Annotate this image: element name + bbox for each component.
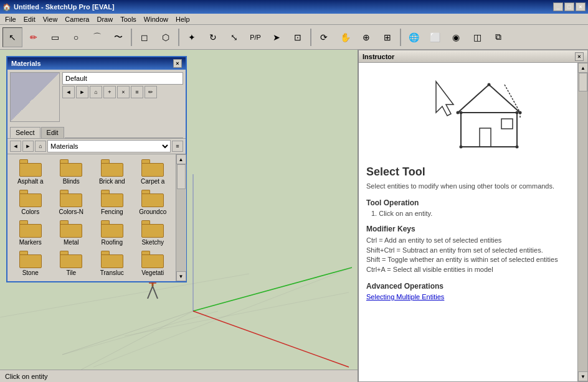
material-folder-15[interactable]: Vegetati bbox=[133, 248, 174, 279]
advanced-link[interactable]: Selecting Multiple Entities bbox=[366, 293, 580, 300]
select-tool-button[interactable]: ↖ bbox=[2, 27, 22, 47]
svg-point-28 bbox=[518, 111, 521, 114]
sample-paint-button[interactable]: ✏ bbox=[145, 86, 157, 98]
navigate-forward-button[interactable]: ► bbox=[76, 86, 88, 98]
toolbar-separator-3 bbox=[310, 29, 311, 46]
view-1-button[interactable]: ⬜ bbox=[425, 27, 445, 47]
instructor-scrollbar[interactable]: ▲ ▼ bbox=[577, 63, 587, 381]
instructor-title-label: Instructor bbox=[363, 53, 394, 60]
viewport[interactable]: Materials × ◄ ► ⌂ + × ≡ ✏ bbox=[0, 50, 588, 382]
close-button[interactable]: × bbox=[576, 2, 586, 11]
svg-point-22 bbox=[459, 111, 462, 114]
create-material-button[interactable]: + bbox=[103, 86, 116, 98]
delete-material-button[interactable]: × bbox=[117, 86, 130, 98]
details-button[interactable]: ≡ bbox=[131, 86, 143, 98]
material-folder-8[interactable]: Markers bbox=[10, 218, 51, 248]
svg-line-14 bbox=[153, 286, 158, 299]
svg-line-1 bbox=[193, 311, 349, 367]
svg-line-21 bbox=[505, 85, 520, 113]
menu-tools[interactable]: Tools bbox=[116, 15, 140, 24]
tool-description: Select entities to modify when using oth… bbox=[366, 182, 580, 191]
materials-grid-container: Asphalt a Blinds Brick and Carpet a bbox=[7, 154, 186, 281]
scroll-up-button[interactable]: ▲ bbox=[176, 154, 186, 164]
eraser-tool-button[interactable]: ◻ bbox=[135, 27, 154, 47]
render-button[interactable]: 🌐 bbox=[404, 27, 424, 47]
instructor-scroll-thumb[interactable] bbox=[579, 73, 587, 91]
nav-back-button[interactable]: ◄ bbox=[10, 141, 21, 152]
material-folder-12[interactable]: Stone bbox=[10, 248, 51, 279]
app-icon: 🏠 bbox=[2, 3, 11, 11]
view-4-button[interactable]: ⧉ bbox=[488, 27, 508, 47]
menu-window[interactable]: Window bbox=[140, 15, 172, 24]
rectangle-tool-button[interactable]: ▭ bbox=[45, 27, 65, 47]
material-folder-6[interactable]: Fencing bbox=[92, 187, 133, 218]
menu-bar: File Edit View Camera Draw Tools Window … bbox=[0, 14, 588, 25]
tab-edit[interactable]: Edit bbox=[41, 127, 64, 138]
material-folder-13[interactable]: Tile bbox=[51, 248, 92, 279]
material-folder-11[interactable]: Sketchy bbox=[133, 218, 174, 248]
material-folder-4[interactable]: Colors bbox=[10, 187, 51, 218]
scroll-down-button[interactable]: ▼ bbox=[176, 271, 186, 281]
title-bar-left: 🏠 Untitled - SketchUp Pro [EVAL] bbox=[2, 3, 115, 11]
pencil-tool-button[interactable]: ✏ bbox=[24, 27, 44, 47]
material-folder-5[interactable]: Colors-N bbox=[51, 187, 92, 218]
navigate-back-button[interactable]: ◄ bbox=[62, 86, 75, 98]
instructor-scroll-track bbox=[578, 73, 587, 371]
materials-close-button[interactable]: × bbox=[173, 59, 182, 68]
zoom-extents-button[interactable]: ⊞ bbox=[377, 27, 397, 47]
materials-scrollbar[interactable]: ▲ ▼ bbox=[176, 154, 186, 281]
instructor-title-bar: Instructor × bbox=[359, 50, 587, 63]
scroll-track bbox=[176, 164, 186, 271]
material-folder-9[interactable]: Metal bbox=[51, 218, 92, 248]
tab-select[interactable]: Select bbox=[10, 127, 40, 138]
nav-details-button[interactable]: ≡ bbox=[172, 141, 183, 152]
material-folder-14[interactable]: Transluc bbox=[92, 248, 133, 279]
menu-camera[interactable]: Camera bbox=[61, 15, 93, 24]
menu-file[interactable]: File bbox=[1, 15, 20, 24]
svg-rect-19 bbox=[501, 119, 513, 129]
navigate-home-button[interactable]: ⌂ bbox=[90, 86, 102, 98]
rotate-tool-button[interactable]: ↻ bbox=[203, 27, 223, 47]
material-folder-7[interactable]: Groundco bbox=[133, 187, 174, 218]
scroll-thumb[interactable] bbox=[177, 164, 186, 189]
followme-tool-button[interactable]: ➤ bbox=[267, 27, 287, 47]
instructor-close-button[interactable]: × bbox=[575, 52, 584, 61]
minimize-button[interactable]: _ bbox=[553, 2, 563, 11]
material-folder-1[interactable]: Blinds bbox=[51, 157, 92, 187]
svg-point-24 bbox=[459, 146, 462, 149]
instructor-scroll-down[interactable]: ▼ bbox=[578, 371, 588, 381]
view-2-button[interactable]: ◉ bbox=[446, 27, 466, 47]
tool-operation-text: 1. Click on an entity. bbox=[366, 210, 580, 217]
menu-draw[interactable]: Draw bbox=[93, 15, 116, 24]
zoom-tool-button[interactable]: ⊕ bbox=[356, 27, 376, 47]
menu-edit[interactable]: Edit bbox=[20, 15, 39, 24]
arc-tool-button[interactable]: ⌒ bbox=[87, 27, 107, 47]
toolbar-separator-2 bbox=[178, 29, 179, 46]
move-tool-button[interactable]: ✦ bbox=[182, 27, 202, 47]
main-area: Materials × ◄ ► ⌂ + × ≡ ✏ bbox=[0, 50, 588, 382]
pushpull-tool-button[interactable]: P/P bbox=[245, 27, 265, 47]
title-bar-controls: _ □ × bbox=[553, 2, 586, 11]
orbit-tool-button[interactable]: ⟳ bbox=[314, 27, 334, 47]
menu-view[interactable]: View bbox=[39, 15, 62, 24]
material-folder-2[interactable]: Brick and bbox=[92, 157, 133, 187]
circle-tool-button[interactable]: ○ bbox=[66, 27, 86, 47]
material-name-input[interactable] bbox=[62, 72, 183, 85]
menu-help[interactable]: Help bbox=[172, 15, 194, 24]
pan-tool-button[interactable]: ✋ bbox=[335, 27, 355, 47]
material-folder-0[interactable]: Asphalt a bbox=[10, 157, 51, 187]
material-folder-10[interactable]: Roofing bbox=[92, 218, 133, 248]
offset-tool-button[interactable]: ⊡ bbox=[288, 27, 308, 47]
materials-category-dropdown[interactable]: Materials Colors Brick and Cladding Carp… bbox=[47, 140, 171, 152]
freehand-tool-button[interactable]: 〜 bbox=[108, 27, 128, 47]
material-folder-3[interactable]: Carpet a bbox=[133, 157, 174, 187]
maximize-button[interactable]: □ bbox=[564, 2, 574, 11]
svg-point-26 bbox=[456, 111, 459, 114]
scale-tool-button[interactable]: ⤡ bbox=[224, 27, 244, 47]
nav-home-button[interactable]: ⌂ bbox=[35, 141, 46, 152]
instructor-scroll-up[interactable]: ▲ bbox=[578, 63, 588, 73]
nav-forward-button[interactable]: ► bbox=[22, 141, 34, 152]
view-3-button[interactable]: ◫ bbox=[467, 27, 487, 47]
paint-tool-button[interactable]: ⬡ bbox=[156, 27, 176, 47]
modifier-keys-text: Ctrl = Add an entity to set of selected … bbox=[366, 236, 580, 274]
